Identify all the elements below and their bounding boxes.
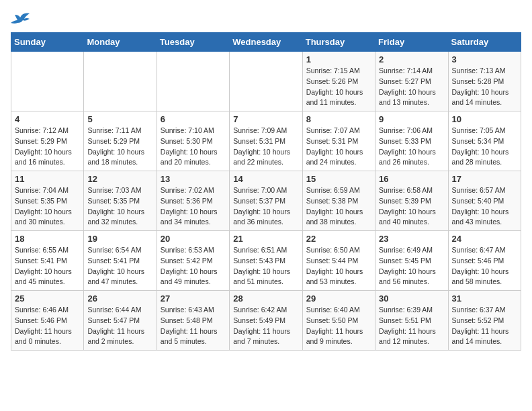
- day-number: 4: [15, 114, 80, 124]
- day-info: Sunrise: 6:50 AM Sunset: 5:44 PM Dayligh…: [306, 245, 371, 287]
- day-info: Sunrise: 6:57 AM Sunset: 5:40 PM Dayligh…: [452, 185, 517, 228]
- header-saturday: Saturday: [448, 33, 521, 52]
- calendar-cell: 20Sunrise: 6:53 AM Sunset: 5:42 PM Dayli…: [157, 231, 229, 291]
- header-tuesday: Tuesday: [157, 33, 229, 52]
- day-number: 20: [161, 234, 226, 244]
- calendar-cell: [230, 52, 302, 111]
- calendar-body: 1Sunrise: 7:15 AM Sunset: 5:26 PM Daylig…: [11, 52, 521, 351]
- week-row-2: 11Sunrise: 7:04 AM Sunset: 5:35 PM Dayli…: [11, 171, 521, 231]
- calendar-cell: 30Sunrise: 6:39 AM Sunset: 5:51 PM Dayli…: [375, 291, 448, 351]
- header-monday: Monday: [84, 33, 157, 52]
- day-number: 9: [379, 114, 444, 124]
- calendar-cell: 21Sunrise: 6:51 AM Sunset: 5:43 PM Dayli…: [230, 231, 302, 291]
- calendar-cell: 31Sunrise: 6:37 AM Sunset: 5:52 PM Dayli…: [448, 291, 521, 351]
- header: [11, 11, 521, 27]
- day-number: 31: [452, 293, 517, 304]
- calendar-cell: 17Sunrise: 6:57 AM Sunset: 5:40 PM Dayli…: [448, 171, 521, 231]
- week-row-0: 1Sunrise: 7:15 AM Sunset: 5:26 PM Daylig…: [11, 52, 521, 111]
- header-thursday: Thursday: [302, 33, 375, 52]
- day-number: 8: [306, 114, 371, 124]
- day-number: 2: [379, 54, 444, 64]
- day-number: 24: [452, 234, 517, 244]
- day-info: Sunrise: 6:40 AM Sunset: 5:50 PM Dayligh…: [306, 305, 371, 347]
- logo-bird-icon: [11, 11, 30, 24]
- calendar-cell: 18Sunrise: 6:55 AM Sunset: 5:41 PM Dayli…: [11, 231, 84, 291]
- calendar-cell: 10Sunrise: 7:05 AM Sunset: 5:34 PM Dayli…: [448, 111, 521, 171]
- day-number: 3: [452, 54, 517, 64]
- calendar-header: SundayMondayTuesdayWednesdayThursdayFrid…: [11, 33, 521, 52]
- header-friday: Friday: [375, 33, 448, 52]
- calendar-cell: [84, 52, 157, 111]
- day-info: Sunrise: 6:37 AM Sunset: 5:52 PM Dayligh…: [452, 305, 517, 347]
- calendar-cell: 27Sunrise: 6:43 AM Sunset: 5:48 PM Dayli…: [157, 291, 229, 351]
- calendar-cell: 5Sunrise: 7:11 AM Sunset: 5:29 PM Daylig…: [84, 111, 157, 171]
- day-info: Sunrise: 7:14 AM Sunset: 5:27 PM Dayligh…: [379, 66, 444, 108]
- day-info: Sunrise: 7:05 AM Sunset: 5:34 PM Dayligh…: [452, 126, 517, 168]
- calendar-cell: 16Sunrise: 6:58 AM Sunset: 5:39 PM Dayli…: [375, 171, 448, 231]
- day-number: 15: [306, 174, 371, 184]
- day-info: Sunrise: 7:10 AM Sunset: 5:30 PM Dayligh…: [161, 126, 226, 168]
- week-row-3: 18Sunrise: 6:55 AM Sunset: 5:41 PM Dayli…: [11, 231, 521, 291]
- calendar-cell: 1Sunrise: 7:15 AM Sunset: 5:26 PM Daylig…: [302, 52, 375, 111]
- day-info: Sunrise: 6:55 AM Sunset: 5:41 PM Dayligh…: [15, 245, 80, 287]
- calendar-cell: 23Sunrise: 6:49 AM Sunset: 5:45 PM Dayli…: [375, 231, 448, 291]
- day-number: 5: [87, 114, 152, 124]
- calendar-cell: 9Sunrise: 7:06 AM Sunset: 5:33 PM Daylig…: [375, 111, 448, 171]
- day-number: 13: [161, 174, 226, 184]
- calendar-cell: 13Sunrise: 7:02 AM Sunset: 5:36 PM Dayli…: [157, 171, 229, 231]
- calendar-cell: 25Sunrise: 6:46 AM Sunset: 5:46 PM Dayli…: [11, 291, 84, 351]
- day-info: Sunrise: 6:53 AM Sunset: 5:42 PM Dayligh…: [161, 245, 226, 287]
- day-number: 12: [87, 174, 152, 184]
- calendar-cell: 15Sunrise: 6:59 AM Sunset: 5:38 PM Dayli…: [302, 171, 375, 231]
- day-info: Sunrise: 6:51 AM Sunset: 5:43 PM Dayligh…: [233, 245, 298, 287]
- calendar-table: SundayMondayTuesdayWednesdayThursdayFrid…: [11, 32, 521, 351]
- day-info: Sunrise: 6:46 AM Sunset: 5:46 PM Dayligh…: [15, 305, 80, 347]
- day-number: 27: [161, 293, 226, 304]
- calendar-cell: 26Sunrise: 6:44 AM Sunset: 5:47 PM Dayli…: [84, 291, 157, 351]
- header-wednesday: Wednesday: [230, 33, 302, 52]
- day-info: Sunrise: 6:49 AM Sunset: 5:45 PM Dayligh…: [379, 245, 444, 287]
- day-info: Sunrise: 7:06 AM Sunset: 5:33 PM Dayligh…: [379, 126, 444, 168]
- calendar-cell: 12Sunrise: 7:03 AM Sunset: 5:35 PM Dayli…: [84, 171, 157, 231]
- calendar-cell: 8Sunrise: 7:07 AM Sunset: 5:31 PM Daylig…: [302, 111, 375, 171]
- calendar-cell: 22Sunrise: 6:50 AM Sunset: 5:44 PM Dayli…: [302, 231, 375, 291]
- day-number: 23: [379, 234, 444, 244]
- day-info: Sunrise: 7:11 AM Sunset: 5:29 PM Dayligh…: [87, 126, 152, 168]
- day-info: Sunrise: 7:03 AM Sunset: 5:35 PM Dayligh…: [87, 185, 152, 228]
- day-number: 22: [306, 234, 371, 244]
- day-info: Sunrise: 7:09 AM Sunset: 5:31 PM Dayligh…: [233, 126, 298, 168]
- calendar-cell: [11, 52, 84, 111]
- calendar-cell: 4Sunrise: 7:12 AM Sunset: 5:29 PM Daylig…: [11, 111, 84, 171]
- calendar-cell: 19Sunrise: 6:54 AM Sunset: 5:41 PM Dayli…: [84, 231, 157, 291]
- day-number: 18: [15, 234, 80, 244]
- day-number: 14: [233, 174, 298, 184]
- day-number: 19: [87, 234, 152, 244]
- day-number: 25: [15, 293, 80, 304]
- day-number: 1: [306, 54, 371, 64]
- day-number: 6: [161, 114, 226, 124]
- day-number: 17: [452, 174, 517, 184]
- day-info: Sunrise: 6:54 AM Sunset: 5:41 PM Dayligh…: [87, 245, 152, 287]
- day-info: Sunrise: 7:15 AM Sunset: 5:26 PM Dayligh…: [306, 66, 371, 108]
- calendar-cell: 24Sunrise: 6:47 AM Sunset: 5:46 PM Dayli…: [448, 231, 521, 291]
- calendar-cell: 14Sunrise: 7:00 AM Sunset: 5:37 PM Dayli…: [230, 171, 302, 231]
- logo: [11, 11, 32, 27]
- calendar-cell: 6Sunrise: 7:10 AM Sunset: 5:30 PM Daylig…: [157, 111, 229, 171]
- day-number: 16: [379, 174, 444, 184]
- week-row-4: 25Sunrise: 6:46 AM Sunset: 5:46 PM Dayli…: [11, 291, 521, 351]
- calendar-cell: 3Sunrise: 7:13 AM Sunset: 5:28 PM Daylig…: [448, 52, 521, 111]
- day-number: 21: [233, 234, 298, 244]
- day-number: 7: [233, 114, 298, 124]
- day-info: Sunrise: 7:07 AM Sunset: 5:31 PM Dayligh…: [306, 126, 371, 168]
- header-sunday: Sunday: [11, 33, 84, 52]
- calendar-cell: 28Sunrise: 6:42 AM Sunset: 5:49 PM Dayli…: [230, 291, 302, 351]
- day-info: Sunrise: 7:02 AM Sunset: 5:36 PM Dayligh…: [161, 185, 226, 228]
- day-info: Sunrise: 6:44 AM Sunset: 5:47 PM Dayligh…: [87, 305, 152, 347]
- week-row-1: 4Sunrise: 7:12 AM Sunset: 5:29 PM Daylig…: [11, 111, 521, 171]
- calendar-cell: 29Sunrise: 6:40 AM Sunset: 5:50 PM Dayli…: [302, 291, 375, 351]
- calendar-cell: 11Sunrise: 7:04 AM Sunset: 5:35 PM Dayli…: [11, 171, 84, 231]
- day-number: 30: [379, 293, 444, 304]
- calendar-cell: [157, 52, 229, 111]
- day-info: Sunrise: 6:59 AM Sunset: 5:38 PM Dayligh…: [306, 185, 371, 228]
- day-info: Sunrise: 7:13 AM Sunset: 5:28 PM Dayligh…: [452, 66, 517, 108]
